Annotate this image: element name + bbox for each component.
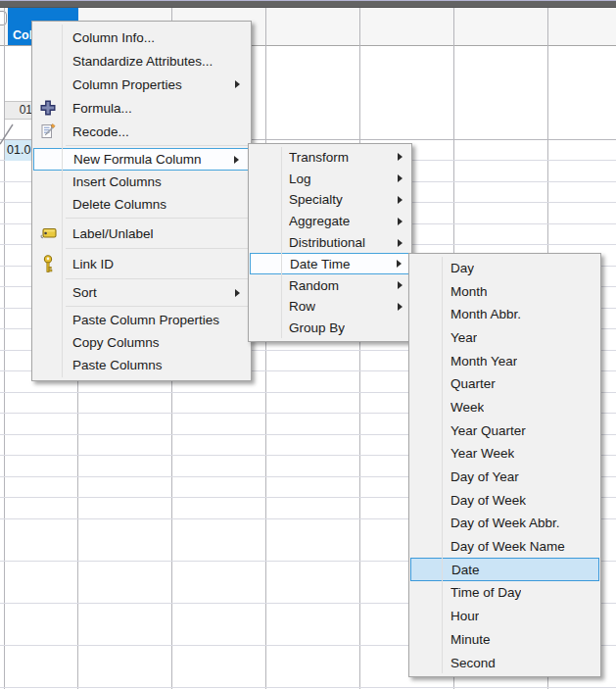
date-column-header-text: 01 <box>20 103 32 117</box>
submenu-arrow-icon <box>398 218 403 225</box>
menu-item-random[interactable]: Random <box>250 274 410 296</box>
menu-item-day-of-week-name[interactable]: Day of Week Name <box>410 535 599 559</box>
menu-separator <box>66 218 248 219</box>
formula-plus-icon <box>33 100 63 116</box>
menu-item-distributional[interactable]: Distributional <box>250 232 410 254</box>
menu-item-paste-column-properties[interactable]: Paste Column Properties <box>33 309 250 331</box>
menu-item-hour[interactable]: Hour <box>410 605 599 628</box>
menu-item-day-of-year[interactable]: Day of Year <box>410 466 599 489</box>
menu-item-label: Label/Unlabel <box>72 226 154 241</box>
menu-item-month-abbr[interactable]: Month Abbr. <box>410 303 599 326</box>
menu-item-column-properties[interactable]: Column Properties <box>33 73 250 96</box>
menu-item-year-week[interactable]: Year Week <box>410 442 599 466</box>
menu-item-label: Formula... <box>72 101 132 116</box>
menu-item-month[interactable]: Month <box>410 279 599 303</box>
menu-item-label: Hour <box>450 609 479 623</box>
menu-item-day-of-week[interactable]: Day of Week <box>410 488 599 512</box>
menu-item-standardize-attributes[interactable]: Standardize Attributes... <box>33 49 250 73</box>
menu-item-link-id[interactable]: Link ID <box>33 251 250 276</box>
menu-item-specialty[interactable]: Specialty <box>250 189 410 211</box>
menu-item-formula[interactable]: Formula... <box>33 96 250 120</box>
menu-item-date-time[interactable]: Date Time <box>250 253 410 274</box>
menu-item-recode[interactable]: Recode... <box>33 120 250 143</box>
menu-item-label: Date Time <box>290 257 351 271</box>
submenu-arrow-icon <box>398 153 403 161</box>
menu-item-year-quarter[interactable]: Year Quarter <box>410 418 599 442</box>
menu-item-label: Time of Day <box>450 585 521 600</box>
menu-item-aggregate[interactable]: Aggregate <box>250 211 410 232</box>
menu-item-label: Recode... <box>72 124 129 139</box>
menu-item-day[interactable]: Day <box>410 257 599 280</box>
menu-item-insert-columns[interactable]: Insert Columns <box>33 171 250 193</box>
menu-item-label: Year Quarter <box>450 423 526 438</box>
submenu-arrow-icon <box>235 289 240 297</box>
menu-item-group-by[interactable]: Group By <box>250 318 410 339</box>
menu-item-label: Minute <box>450 632 491 647</box>
menu-item-label: Second <box>450 656 496 670</box>
menu-item-copy-columns[interactable]: Copy Columns <box>33 331 250 354</box>
data-table-window: Col 01 01.0 Column Info...Standardize At… <box>0 0 616 689</box>
menu-item-delete-columns[interactable]: Delete Columns <box>33 193 250 216</box>
submenu-arrow-icon <box>398 239 403 247</box>
menu-item-label: Row <box>289 299 315 314</box>
column-context-menu: Column Info...Standardize Attributes...C… <box>31 21 252 381</box>
menu-item-sort[interactable]: Sort <box>33 281 250 304</box>
menu-separator <box>66 248 248 249</box>
menu-item-log[interactable]: Log <box>250 168 410 189</box>
menu-item-time-of-day[interactable]: Time of Day <box>410 581 599 605</box>
menu-item-label: Group By <box>289 320 345 335</box>
selected-data-cell-text: 01.0 <box>7 143 30 157</box>
menu-item-label: Link ID <box>72 257 114 271</box>
menu-item-label: Day of Week <box>450 493 526 508</box>
menu-item-label: Paste Column Properties <box>72 313 219 327</box>
menu-item-label: Distributional <box>289 235 365 250</box>
menu-item-label: Month Abbr. <box>450 307 521 321</box>
menu-item-date[interactable]: Date <box>410 558 599 581</box>
menu-item-row[interactable]: Row <box>250 296 410 318</box>
menu-item-label: Sort <box>72 285 97 300</box>
menu-item-label: Quarter <box>450 376 496 391</box>
menu-item-label: Transform <box>289 150 349 165</box>
menu-item-minute[interactable]: Minute <box>410 628 599 652</box>
menu-item-label: Day <box>450 261 474 275</box>
menu-item-label: Delete Columns <box>72 197 166 212</box>
menu-item-label: Year Week <box>450 446 514 461</box>
menu-item-label: Day of Week Name <box>450 539 565 554</box>
submenu-arrow-icon <box>398 303 403 311</box>
menu-item-paste-columns[interactable]: Paste Columns <box>33 354 250 376</box>
menu-separator <box>66 306 248 307</box>
menu-separator <box>66 278 248 279</box>
menu-item-week[interactable]: Week <box>410 396 599 419</box>
menu-item-label: Week <box>450 400 484 415</box>
menu-item-transform[interactable]: Transform <box>250 147 410 169</box>
menu-item-label: Random <box>289 278 339 293</box>
menu-item-month-year[interactable]: Month Year <box>410 349 599 372</box>
submenu-arrow-icon <box>235 80 240 88</box>
menu-item-label: Insert Columns <box>72 174 162 189</box>
selected-column-header-label: Col <box>13 28 32 42</box>
column-context-menu-items: Column Info...Standardize Attributes...C… <box>32 22 251 380</box>
menu-item-label-unlabel[interactable]: Label/Unlabel <box>33 221 250 246</box>
label-tag-icon <box>33 226 63 241</box>
menu-item-label: Copy Columns <box>72 335 160 350</box>
new-formula-column-submenu-items: TransformLogSpecialtyAggregateDistributi… <box>249 144 411 341</box>
menu-item-label: New Formula Column <box>73 152 202 167</box>
menu-item-column-info[interactable]: Column Info... <box>33 25 250 49</box>
new-formula-column-submenu: TransformLogSpecialtyAggregateDistributi… <box>248 143 412 342</box>
submenu-arrow-icon <box>398 174 403 182</box>
menu-item-label: Day of Year <box>450 469 519 484</box>
menu-item-year[interactable]: Year <box>410 326 599 350</box>
menu-item-quarter[interactable]: Quarter <box>410 372 599 396</box>
menu-item-label: Aggregate <box>289 214 350 228</box>
menu-item-label: Log <box>289 172 311 186</box>
menu-item-new-formula-column[interactable]: New Formula Column <box>33 148 250 171</box>
menu-item-label: Month Year <box>450 354 517 369</box>
menu-item-label: Year <box>450 330 477 345</box>
menu-item-second[interactable]: Second <box>410 651 599 674</box>
date-time-submenu: DayMonthMonth Abbr.YearMonth YearQuarter… <box>408 253 601 677</box>
submenu-arrow-icon <box>398 281 403 289</box>
menu-item-day-of-week-abbr[interactable]: Day of Week Abbr. <box>410 512 599 535</box>
menu-separator <box>66 145 248 146</box>
menu-item-label: Month <box>450 284 488 299</box>
menu-item-label: Day of Week Abbr. <box>450 516 560 530</box>
